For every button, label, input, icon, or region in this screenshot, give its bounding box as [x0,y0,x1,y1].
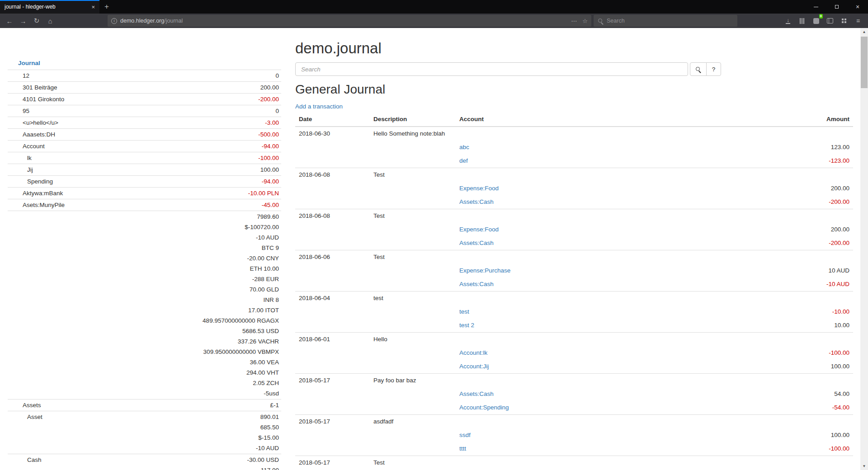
posting-account-link[interactable]: def [459,157,468,164]
empty-cell [709,209,853,223]
search-icon [598,18,604,24]
site-info-icon[interactable]: i [111,18,117,24]
transaction-row: 2018-06-01Hello [295,333,853,347]
url-bar[interactable]: i demo.hledger.org/journal ⋯ ☆ [108,15,591,27]
scroll-down-arrow[interactable]: ▼ [860,462,868,470]
posting-account-link[interactable]: Assets:Cash [459,240,494,246]
forward-button[interactable]: → [16,14,30,27]
window-close-button[interactable]: × [847,0,868,14]
sidebar-account-row: <u>hello</u>-3.00 [8,117,281,129]
sidebar-account-link[interactable]: Cash [27,455,42,465]
sidebar-accounts-body: 120301 Beiträge200.004101 Girokonto-200.… [8,70,281,470]
tab-title: journal - hledger-web [5,4,88,10]
posting-amount: -100.00 [709,346,853,360]
browser-tab[interactable]: journal - hledger-web × [0,0,99,14]
posting-row: def-123.00 [295,154,853,168]
download-arrow: ↓ [787,18,789,23]
page-title: demo.journal [295,40,853,57]
account-name-cell: 95 [8,105,123,117]
page-scrollbar[interactable]: ▲ ▼ [860,28,868,470]
add-transaction-link[interactable]: Add a transaction [295,103,343,110]
sidebar-account-link[interactable]: Account [23,141,45,151]
sidebar-account-link[interactable]: Jij [27,164,33,175]
empty-cell [370,442,456,456]
transaction-description: Hello [370,333,456,347]
posting-account-link[interactable]: Assets:Cash [459,390,494,397]
toolbar-search[interactable]: Search [594,15,737,27]
posting-account-link[interactable]: Account:Spending [459,404,509,411]
account-balance-cell: 0 [123,105,281,117]
account-balance: 2.05 ZCH [123,378,279,388]
journal-search-button[interactable] [690,62,707,76]
scroll-up-arrow[interactable]: ▲ [860,28,868,36]
sidebar-toggle-button[interactable] [826,17,834,25]
posting-account-link[interactable]: Expense:Food [459,226,499,233]
posting-account-link[interactable]: Expense:Food [459,185,499,192]
bookmark-star-icon[interactable]: ☆ [582,18,588,24]
posting-account-link[interactable]: abc [459,144,469,150]
apps-grid-button[interactable] [840,17,848,25]
sidebar-account-link[interactable]: 12 [23,70,29,81]
sidebar-account-row: 950 [8,105,281,117]
account-name-cell: Cash [8,454,123,470]
sidebar-account-link[interactable]: Asets:MunyPile [23,200,65,210]
window-minimize-button[interactable] [806,0,826,14]
sidebar-account-link[interactable]: 4101 Girokonto [23,94,64,104]
posting-account-link[interactable]: tttt [459,445,466,452]
sidebar-account-link[interactable]: Spending [27,176,53,187]
sidebar-account-link[interactable]: Aaasets:DH [23,129,55,140]
journal-search-input[interactable] [295,62,688,76]
scrollbar-thumb[interactable] [861,37,868,88]
page-actions-icon[interactable]: ⋯ [571,18,577,24]
account-name-cell: Assets [8,400,123,411]
page-content: Journal 120301 Beiträge200.004101 Giroko… [0,28,868,470]
menu-button[interactable]: ≡ [854,17,862,25]
empty-cell [370,401,456,415]
new-tab-button[interactable]: + [99,0,114,14]
sidebar-account-link[interactable]: Assets [23,400,41,410]
extension-button[interactable]: 0 [812,17,820,25]
posting-row: Expense:Food200.00 [295,182,853,195]
empty-cell [456,415,709,429]
posting-amount: 10 AUD [709,264,853,277]
library-button[interactable] [798,17,806,25]
account-balance: 0 [123,70,279,81]
back-button[interactable]: ← [3,14,16,27]
posting-account-link[interactable]: test [459,308,469,315]
home-button[interactable]: ⌂ [43,14,57,27]
window-restore-button[interactable] [826,0,847,14]
posting-account-cell: tttt [456,442,709,456]
sidebar-account-link[interactable]: Aktywa:mBank [23,188,63,198]
posting-account-link[interactable]: Expense:Purchase [459,267,510,274]
account-balance: -45.00 [123,200,279,210]
account-name-cell: Account [8,141,123,152]
posting-account-link[interactable]: Assets:Cash [459,198,494,205]
posting-account-cell: Account:Spending [456,401,709,415]
posting-account-link[interactable]: Account:lk [459,349,487,356]
sidebar-account-link[interactable]: 95 [23,106,29,116]
sidebar-account-link[interactable]: lk [27,153,32,163]
sidebar-account-link[interactable]: 301 Beiträge [23,82,57,93]
account-balance-cell: 7989.60$-100720.00-10 AUDBTC 9-20.00 CNY… [123,211,281,400]
sidebar-account-row: 301 Beiträge200.00 [8,82,281,94]
posting-account-link[interactable]: ssdf [459,432,471,438]
posting-amount: 200.00 [709,223,853,236]
search-help-button[interactable]: ? [706,62,721,76]
sidebar-account-row: Spending-94.00 [8,176,281,188]
posting-row: Assets:Cash-200.00 [295,236,853,250]
sidebar-account-link[interactable]: <u>hello</u> [23,118,58,128]
sidebar-journal-link[interactable]: Journal [18,60,40,66]
transaction-row: 2018-06-06Test [295,250,853,264]
empty-cell [370,277,456,291]
empty-cell [295,360,370,374]
sidebar-account-link[interactable]: Asset [27,412,42,422]
empty-cell [370,182,456,195]
search-icon [695,66,701,72]
tab-close-icon[interactable]: × [88,4,95,10]
empty-cell [456,127,709,141]
posting-account-link[interactable]: test 2 [459,322,474,329]
posting-account-link[interactable]: Assets:Cash [459,281,494,287]
downloads-button[interactable]: ↓ [784,17,792,25]
reload-button[interactable]: ↻ [30,14,43,27]
posting-account-link[interactable]: Account:Jij [459,363,489,370]
